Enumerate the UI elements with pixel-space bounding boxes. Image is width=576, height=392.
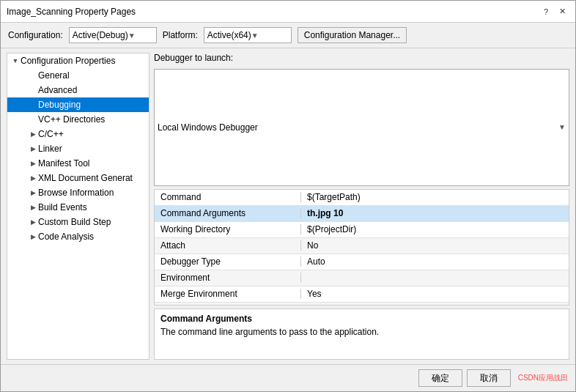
expand-arrow-icon: ▶ [28,174,38,182]
debugger-label: Debugger to launch: [154,53,233,63]
sidebar-item-label: Build Events [38,202,146,212]
config-arrow-icon: ▼ [128,32,153,40]
help-button[interactable]: ? [539,4,553,19]
sidebar-item-cpp[interactable]: ▶C/C++ [7,127,149,141]
table-row[interactable]: Command Argumentsth.jpg 10 [155,206,569,222]
expand-arrow-icon: ▶ [28,204,38,211]
window-title: Image_Scanning Property Pages [7,7,136,17]
ok-button[interactable]: 确定 [418,369,462,387]
expand-arrow-icon: ▼ [10,57,21,64]
title-bar-left: Image_Scanning Property Pages [7,7,136,17]
debugger-combo[interactable]: Local Windows Debugger ▼ [154,69,569,186]
debugger-row: Debugger to launch: [154,53,569,63]
table-row[interactable]: Command$(TargetPath) [155,190,569,206]
prop-value: No [301,305,569,306]
sidebar-item-label: Advanced [38,85,146,95]
sidebar-item-linker[interactable]: ▶Linker [7,141,149,156]
sidebar-item-label: Debugging [38,100,146,110]
prop-name: Working Directory [155,224,301,234]
prop-value: $(TargetPath) [301,192,569,202]
right-panel: Debugger to launch: Local Windows Debugg… [154,53,569,360]
sidebar-item-code-analysis[interactable]: ▶Code Analysis [7,229,149,244]
sidebar-item-browse-information[interactable]: ▶Browse Information [7,185,149,200]
platform-label: Platform: [163,30,198,40]
close-button[interactable]: ✕ [555,4,569,19]
sidebar-item-custom-build-step[interactable]: ▶Custom Build Step [7,215,149,229]
prop-value: $(ProjectDir) [301,224,569,234]
table-row[interactable]: Environment [155,270,569,286]
sidebar: ▼Configuration PropertiesGeneralAdvanced… [7,53,149,360]
prop-value: No [301,240,569,251]
platform-dropdown[interactable]: Active(x64) ▼ [204,27,292,43]
expand-arrow-icon: ▶ [28,218,38,226]
sidebar-item-configuration-properties[interactable]: ▼Configuration Properties [7,53,149,68]
config-manager-button[interactable]: Configuration Manager... [298,27,407,43]
expand-arrow-icon: ▶ [28,160,38,167]
table-row[interactable]: Merge EnvironmentYes [155,286,569,303]
cancel-button[interactable]: 取消 [467,369,511,387]
sidebar-item-label: VC++ Directories [38,114,146,125]
sidebar-item-label: Configuration Properties [21,56,146,66]
sidebar-item-xml-document[interactable]: ▶XML Document Generat [7,171,149,185]
platform-arrow-icon: ▼ [251,32,288,40]
platform-value: Active(x64) [207,30,251,40]
sidebar-item-manifest-tool[interactable]: ▶Manifest Tool [7,156,149,171]
config-bar: Configuration: Active(Debug) ▼ Platform:… [1,23,575,48]
config-value: Active(Debug) [73,30,128,40]
expand-arrow-icon: ▶ [28,233,38,240]
expand-arrow-icon: ▶ [28,189,38,196]
prop-name: Debugger Type [155,256,301,267]
expand-arrow-icon: ▶ [28,145,38,152]
debugger-value: Local Windows Debugger [158,122,258,133]
info-section: Command Arguments The command line argum… [154,308,569,360]
sidebar-item-label: C/C++ [38,129,146,139]
title-bar-buttons: ? ✕ [539,4,569,19]
debugger-arrow-icon: ▼ [558,123,566,131]
table-row[interactable]: Working Directory$(ProjectDir) [155,222,569,238]
table-row[interactable]: SQL DebuggingNo [155,303,569,306]
info-title: Command Arguments [160,314,563,324]
prop-name: Command [155,192,301,202]
expand-arrow-icon: ▶ [28,130,38,138]
bottom-bar: 确定 取消 CSDN应用战田 [1,364,575,391]
title-bar: Image_Scanning Property Pages ? ✕ [1,1,575,23]
prop-name: Command Arguments [155,208,301,218]
main-content: ▼Configuration PropertiesGeneralAdvanced… [1,48,575,364]
sidebar-item-label: Manifest Tool [38,158,146,169]
sidebar-item-label: Custom Build Step [38,217,146,227]
sidebar-item-label: Linker [38,144,146,154]
watermark: CSDN应用战田 [518,373,568,383]
info-desc: The command line arguments to pass to th… [160,327,563,337]
prop-name: Merge Environment [155,289,301,299]
config-label: Configuration: [8,30,63,40]
properties-table: Command$(TargetPath)Command Argumentsth.… [154,189,569,306]
sidebar-item-vc-directories[interactable]: VC++ Directories [7,112,149,127]
table-row[interactable]: Debugger TypeAuto [155,254,569,270]
prop-name: SQL Debugging [155,305,301,306]
sidebar-item-label: Browse Information [38,188,146,198]
prop-value: Auto [301,256,569,267]
sidebar-item-label: General [38,70,146,81]
prop-value: th.jpg 10 [301,208,569,218]
sidebar-item-general[interactable]: General [7,68,149,83]
prop-value: Yes [301,289,569,299]
sidebar-item-debugging[interactable]: Debugging [7,97,149,112]
config-dropdown[interactable]: Active(Debug) ▼ [69,27,157,43]
sidebar-item-advanced[interactable]: Advanced [7,83,149,97]
prop-name: Attach [155,240,301,251]
prop-name: Environment [155,273,301,283]
table-row[interactable]: AttachNo [155,238,569,254]
sidebar-item-label: Code Analysis [38,232,146,242]
property-pages-dialog: Image_Scanning Property Pages ? ✕ Config… [0,0,576,392]
sidebar-item-label: XML Document Generat [38,173,146,183]
sidebar-item-build-events[interactable]: ▶Build Events [7,200,149,215]
